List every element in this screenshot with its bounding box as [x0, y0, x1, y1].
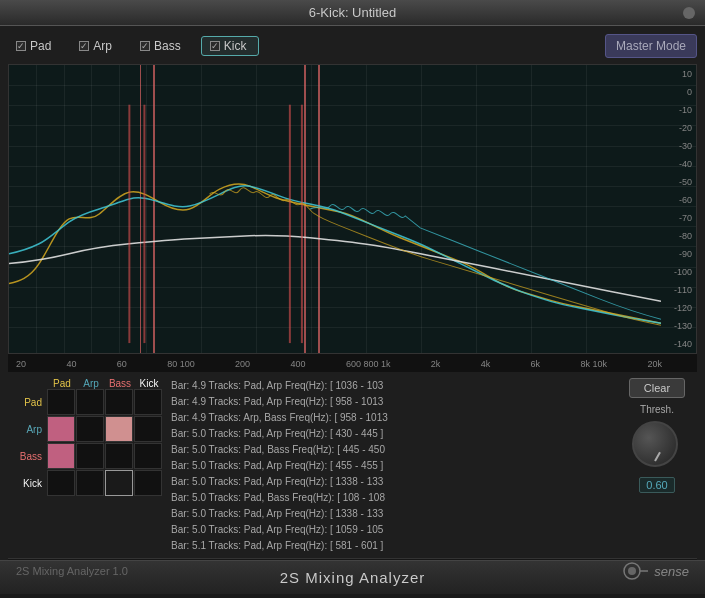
- y-label-m10: -10: [661, 105, 692, 115]
- matrix-cell-bass-arp[interactable]: [76, 443, 104, 469]
- y-label-m60: -60: [661, 195, 692, 205]
- matrix-col-arp: Arp: [77, 378, 105, 389]
- pad-label: Pad: [30, 39, 51, 53]
- matrix-cell-bass-pad[interactable]: [47, 443, 75, 469]
- bass-checkbox[interactable]: [140, 41, 150, 51]
- y-label-m120: -120: [661, 303, 692, 313]
- logo-text: sense: [654, 564, 689, 579]
- matrix-cell-kick-arp[interactable]: [76, 470, 104, 496]
- matrix-row-label-bass: Bass: [8, 451, 46, 462]
- y-label-10: 10: [661, 69, 692, 79]
- log-entry-1: Bar: 4.9 Tracks: Pad, Arp Freq(Hz): [ 95…: [171, 394, 609, 410]
- x-label-80: 80 100: [167, 359, 195, 369]
- analyzer-area: 10 0 -10 -20 -30 -40 -50 -60 -70 -80 -90…: [8, 64, 697, 354]
- matrix-cell-pad-pad[interactable]: [47, 389, 75, 415]
- y-axis: 10 0 -10 -20 -30 -40 -50 -60 -70 -80 -90…: [661, 65, 696, 353]
- log-entry-8: Bar: 5.0 Tracks: Pad, Arp Freq(Hz): [ 13…: [171, 506, 609, 522]
- matrix-col-pad: Pad: [48, 378, 76, 389]
- x-label-40: 40: [66, 359, 76, 369]
- x-label-20: 20: [16, 359, 26, 369]
- x-label-8k: 8k 10k: [580, 359, 607, 369]
- svg-point-1: [628, 567, 636, 575]
- close-button[interactable]: [683, 7, 695, 19]
- y-label-m50: -50: [661, 177, 692, 187]
- log-entry-0: Bar: 4.9 Tracks: Pad, Arp Freq(Hz): [ 10…: [171, 378, 609, 394]
- x-axis: 20 40 60 80 100 200 400 600 800 1k 2k 4k…: [8, 354, 697, 372]
- log-entry-6: Bar: 5.0 Tracks: Pad, Arp Freq(Hz): [ 13…: [171, 474, 609, 490]
- log-entry-4: Bar: 5.0 Tracks: Pad, Bass Freq(Hz): [ 4…: [171, 442, 609, 458]
- y-label-m80: -80: [661, 231, 692, 241]
- matrix-row-pad: Pad: [8, 389, 163, 415]
- matrix-cell-bass-bass[interactable]: [105, 443, 133, 469]
- kick-checkbox[interactable]: [210, 41, 220, 51]
- y-label-m90: -90: [661, 249, 692, 259]
- arp-checkbox[interactable]: [79, 41, 89, 51]
- matrix-cell-kick-pad[interactable]: [47, 470, 75, 496]
- matrix-cell-kick-kick[interactable]: [134, 470, 162, 496]
- matrix-section: Pad Arp Bass Kick Pad Arp: [8, 378, 163, 554]
- y-label-m140: -140: [661, 339, 692, 349]
- matrix-row-bass: Bass: [8, 443, 163, 469]
- matrix-cell-bass-kick[interactable]: [134, 443, 162, 469]
- x-label-2k: 2k: [431, 359, 441, 369]
- main-container: Pad Arp Bass Kick Master Mode: [0, 26, 705, 560]
- bottom-section: Pad Arp Bass Kick Pad Arp: [8, 378, 697, 554]
- controls-section: Clear Thresh. 0.60: [617, 378, 697, 554]
- log-entry-10: Bar: 5.1 Tracks: Pad, Arp Freq(Hz): [ 58…: [171, 538, 609, 554]
- log-entry-3: Bar: 5.0 Tracks: Pad, Arp Freq(Hz): [ 43…: [171, 426, 609, 442]
- matrix-col-bass: Bass: [106, 378, 134, 389]
- thresh-knob-container: [632, 421, 682, 471]
- x-label-200: 200: [235, 359, 250, 369]
- x-label-6k: 6k: [531, 359, 541, 369]
- matrix-cell-arp-arp[interactable]: [76, 416, 104, 442]
- kick-label: Kick: [224, 39, 247, 53]
- pad-checkbox[interactable]: [16, 41, 26, 51]
- title-bar: 6-Kick: Untitled: [0, 0, 705, 26]
- matrix-cell-arp-kick[interactable]: [134, 416, 162, 442]
- matrix-col-headers: Pad Arp Bass Kick: [48, 378, 163, 389]
- y-label-m110: -110: [661, 285, 692, 295]
- thresh-knob[interactable]: [632, 421, 678, 467]
- matrix-cell-arp-pad[interactable]: [47, 416, 75, 442]
- tab-pad[interactable]: Pad: [8, 37, 63, 55]
- master-mode-button[interactable]: Master Mode: [605, 34, 697, 58]
- knob-indicator: [654, 452, 661, 462]
- arp-label: Arp: [93, 39, 112, 53]
- tab-kick[interactable]: Kick: [201, 36, 260, 56]
- log-entry-5: Bar: 5.0 Tracks: Pad, Arp Freq(Hz): [ 45…: [171, 458, 609, 474]
- thresh-label: Thresh.: [640, 404, 674, 415]
- y-label-m70: -70: [661, 213, 692, 223]
- log-section: Bar: 4.9 Tracks: Pad, Arp Freq(Hz): [ 10…: [171, 378, 609, 554]
- y-label-m40: -40: [661, 159, 692, 169]
- y-label-m130: -130: [661, 321, 692, 331]
- window-title: 6-Kick: Untitled: [309, 5, 396, 20]
- matrix-cell-pad-arp[interactable]: [76, 389, 104, 415]
- matrix-row-kick: Kick: [8, 470, 163, 496]
- window-footer-title: 2S Mixing Analyzer: [280, 569, 426, 586]
- matrix-cell-arp-bass[interactable]: [105, 416, 133, 442]
- tab-bass[interactable]: Bass: [132, 37, 193, 55]
- matrix-cell-pad-kick[interactable]: [134, 389, 162, 415]
- bass-label: Bass: [154, 39, 181, 53]
- logo-area: sense: [622, 561, 689, 581]
- x-label-400: 400: [290, 359, 305, 369]
- matrix-cell-kick-bass[interactable]: [105, 470, 133, 496]
- matrix-cell-pad-bass[interactable]: [105, 389, 133, 415]
- x-label-600: 600 800 1k: [346, 359, 391, 369]
- x-label-4k: 4k: [481, 359, 491, 369]
- x-label-20k: 20k: [647, 359, 662, 369]
- matrix-row-arp: Arp: [8, 416, 163, 442]
- matrix-row-label-arp: Arp: [8, 424, 46, 435]
- matrix-row-label-kick: Kick: [8, 478, 46, 489]
- thresh-value: 0.60: [639, 477, 674, 493]
- log-entry-7: Bar: 5.0 Tracks: Pad, Bass Freq(Hz): [ 1…: [171, 490, 609, 506]
- tab-arp[interactable]: Arp: [71, 37, 124, 55]
- footer-version: 2S Mixing Analyzer 1.0: [16, 565, 128, 577]
- clear-button[interactable]: Clear: [629, 378, 685, 398]
- logo-icon: [622, 561, 650, 581]
- top-bar: Pad Arp Bass Kick Master Mode: [8, 34, 697, 58]
- matrix-col-kick: Kick: [135, 378, 163, 389]
- log-entry-2: Bar: 4.9 Tracks: Arp, Bass Freq(Hz): [ 9…: [171, 410, 609, 426]
- x-label-60: 60: [117, 359, 127, 369]
- y-label-0: 0: [661, 87, 692, 97]
